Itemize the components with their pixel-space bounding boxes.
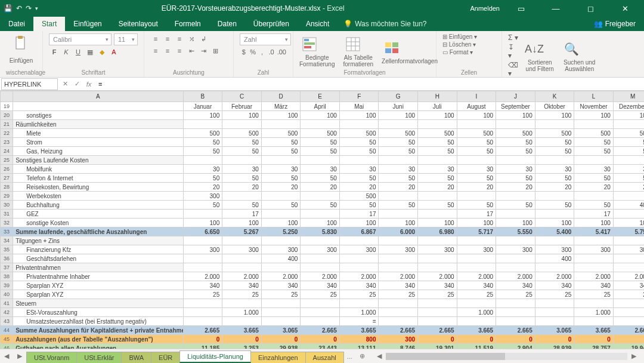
cell[interactable] (574, 236, 614, 245)
cell[interactable] (261, 120, 301, 129)
cell[interactable]: 2.000 (535, 272, 574, 281)
cell[interactable]: 29.938 (261, 344, 301, 349)
cell[interactable] (379, 317, 418, 326)
cell[interactable] (457, 317, 496, 326)
row-label[interactable]: GEZ (13, 210, 184, 219)
month-header[interactable]: September (496, 102, 535, 111)
align-left-icon[interactable]: ≡ (150, 45, 161, 56)
cell[interactable]: 50 (222, 174, 262, 183)
cell[interactable]: 100 (613, 219, 644, 227)
cell[interactable] (496, 299, 535, 308)
cell[interactable] (418, 210, 457, 219)
row-label[interactable]: Sparplan XYZ (13, 281, 184, 290)
cells-insert-button[interactable]: ⊞ Einfügen ▾ (442, 33, 496, 40)
cell[interactable]: 20 (301, 183, 340, 192)
cell[interactable]: 50 (183, 138, 222, 147)
cell[interactable]: 50 (183, 201, 222, 210)
fx-icon[interactable]: fx (83, 78, 95, 90)
cell[interactable]: 500 (613, 129, 644, 138)
row-header[interactable]: 43 (1, 317, 13, 326)
cell[interactable]: 50 (183, 147, 222, 156)
column-header-L[interactable]: L (574, 91, 614, 102)
cell[interactable] (301, 299, 340, 308)
cell[interactable]: 2.665 (183, 326, 222, 335)
cell[interactable] (535, 120, 574, 129)
tab-ansicht[interactable]: Ansicht (298, 17, 338, 31)
cell[interactable]: 3.665 (457, 326, 496, 335)
cell[interactable]: 25 (261, 290, 301, 299)
cell[interactable]: 100 (261, 219, 301, 227)
cell[interactable]: 19.301 (418, 344, 457, 349)
cell[interactable]: 300 (574, 245, 614, 254)
cell[interactable] (574, 120, 614, 129)
row-header[interactable]: 39 (1, 281, 13, 290)
cell[interactable]: 17 (574, 210, 614, 219)
cells-delete-button[interactable]: ⊟ Löschen ▾ (442, 41, 496, 48)
cell[interactable] (457, 299, 496, 308)
cell[interactable]: 0 (457, 335, 496, 344)
cell[interactable] (339, 254, 379, 263)
cell[interactable] (496, 236, 535, 245)
tab-einfuegen[interactable]: Einfügen (65, 17, 110, 31)
cell[interactable] (535, 308, 574, 317)
row-header[interactable]: 25 (1, 156, 13, 165)
cell[interactable] (574, 317, 614, 326)
cell[interactable]: 50 (301, 174, 340, 183)
row-label[interactable]: Summe Auszahlungen für Kapitaldienst + p… (13, 326, 184, 335)
row-label[interactable]: Werbekosten (13, 192, 184, 201)
cell[interactable]: 3.065 (535, 326, 574, 335)
cell[interactable]: 50 (222, 138, 262, 147)
more-tabs[interactable]: ... (343, 353, 356, 360)
cell[interactable]: 2.665 (301, 326, 340, 335)
underline-button[interactable]: U (73, 47, 83, 57)
cell[interactable]: 28.757 (574, 344, 614, 349)
cell[interactable]: 50 (535, 138, 574, 147)
align-bottom-icon[interactable]: ≡ (174, 33, 185, 44)
cell[interactable]: 30 (301, 165, 340, 174)
cell[interactable] (261, 192, 301, 201)
cell[interactable] (379, 236, 418, 245)
month-header[interactable]: Januar (183, 102, 222, 111)
cell[interactable]: 25 (574, 290, 614, 299)
cell[interactable]: 5.267 (222, 227, 262, 236)
cell[interactable] (222, 299, 262, 308)
cell[interactable]: 3.253 (222, 344, 262, 349)
cell[interactable] (301, 317, 340, 326)
cell[interactable] (339, 236, 379, 245)
cell[interactable]: 100 (613, 111, 644, 120)
cell[interactable] (535, 210, 574, 219)
cell[interactable]: 100 (301, 219, 340, 227)
cell[interactable]: 300 (418, 245, 457, 254)
cell[interactable]: 100 (339, 219, 379, 227)
cell[interactable]: 25 (457, 290, 496, 299)
cell[interactable]: 17 (339, 210, 379, 219)
paste-icon[interactable] (11, 33, 32, 54)
cell[interactable]: 300 (613, 245, 644, 254)
sheet-tab-liquidit-ts-planung[interactable]: Liquiditäts-Planung (179, 350, 251, 363)
cell[interactable]: 50 (613, 138, 644, 147)
cancel-formula-icon[interactable]: ✕ (59, 80, 71, 88)
cell[interactable]: 300 (301, 245, 340, 254)
cell[interactable] (261, 299, 301, 308)
sheet-tab-bwa[interactable]: BWA (121, 352, 151, 363)
cell[interactable] (379, 254, 418, 263)
row-label[interactable]: Buchhaltung (13, 201, 184, 210)
tab-daten[interactable]: Daten (209, 17, 245, 31)
cell[interactable]: 20 (418, 183, 457, 192)
cell[interactable]: 50 (613, 147, 644, 156)
cell[interactable] (613, 156, 644, 165)
cell[interactable]: 50 (301, 147, 340, 156)
cell[interactable]: 100 (457, 219, 496, 227)
cell[interactable]: 25 (379, 290, 418, 299)
cell[interactable]: 50 (379, 147, 418, 156)
cell[interactable]: 19.942 (613, 344, 644, 349)
cell[interactable]: 50 (379, 138, 418, 147)
cell[interactable]: 300 (339, 245, 379, 254)
row-header[interactable]: 24 (1, 147, 13, 156)
cell[interactable] (222, 254, 262, 263)
cell[interactable]: 500 (379, 129, 418, 138)
cell[interactable]: 100 (301, 111, 340, 120)
cell[interactable]: 2.000 (339, 272, 379, 281)
cell[interactable]: 50 (261, 147, 301, 156)
cell[interactable] (183, 308, 222, 317)
